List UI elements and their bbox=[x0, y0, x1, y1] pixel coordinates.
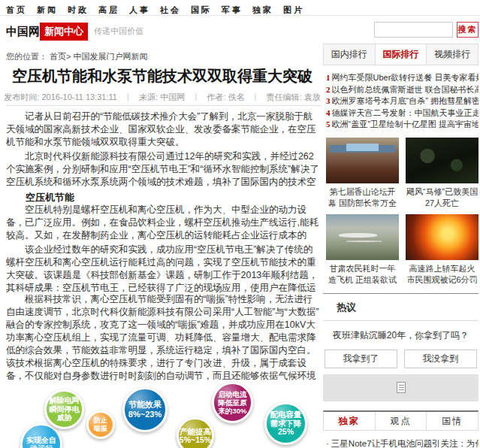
photo-news-item[interactable]: 飓风“马修”已致美国27人死亡 bbox=[406, 138, 478, 209]
rank-item-text: 以色列前总统佩雷斯逝世 联合国秘书长高度评价其 bbox=[332, 85, 479, 94]
tab-viewpoint[interactable]: 观点 bbox=[376, 412, 427, 430]
tab-video-ranking[interactable]: 视频排行 bbox=[427, 44, 478, 65]
rank-item-text: 网约车受限Uber欲转行送餐 日美专家看好其前景 bbox=[332, 73, 479, 82]
rank-item-text: 德媒评天宫二号发射：中国航天事业正走向全盛阶段 bbox=[332, 108, 479, 117]
section-heading: 空压机节能 bbox=[6, 191, 322, 204]
nav-item-personnel[interactable]: 人事 bbox=[129, 5, 150, 16]
photo-caption: 第七届香山论坛开幕 国防部长常万全发表演讲 bbox=[326, 186, 399, 209]
car-fire-photo bbox=[406, 214, 478, 260]
photo-news-item[interactable]: 高速路上轿车起火 市民围观被记6分罚款200 bbox=[406, 214, 478, 286]
site-logo[interactable]: 中国网 bbox=[6, 25, 40, 39]
meta-divider bbox=[6, 105, 322, 106]
bubble-power-demand: 配电容量需求下降25% bbox=[264, 402, 307, 445]
photo-news-item[interactable]: 第七届香山论坛开幕 国防部长常万全发表演讲 bbox=[326, 138, 399, 209]
hot-topic-question: 夜班津贴沉睡20年，你拿到了吗？ bbox=[323, 321, 478, 350]
ranking-list: 1网约车受限Uber欲转行送餐 日美专家看好其前景 2以色列前总统佩雷斯逝世 联… bbox=[326, 72, 478, 131]
bubble-start-current: 启动电流降低至原来的30% bbox=[212, 382, 253, 423]
article-editor: 责任编辑: 袁放 bbox=[267, 92, 321, 101]
rank-number: 5 bbox=[326, 120, 331, 129]
article-paragraph: 该企业经过数年的研究和实践，成功应用“空压机节电王”解决了传统的螺杆空压机和离心… bbox=[6, 244, 322, 295]
list-item[interactable]: 4德媒评天宫二号发射：中国航天事业正走向全盛阶段 bbox=[326, 107, 478, 120]
nav-item-politics[interactable]: 时政 bbox=[68, 5, 89, 16]
hot-topic-title: 热议 bbox=[323, 294, 478, 321]
meta-separator: 丨 bbox=[252, 92, 260, 101]
tab-international-ranking[interactable]: 国际排行 bbox=[376, 44, 427, 65]
bubble-label: 解除电网瞬间停电威胁 bbox=[47, 396, 82, 422]
ranking-tabs: 国内排行 国际排行 视频排行 bbox=[323, 44, 478, 65]
plane-photo bbox=[326, 214, 399, 260]
nav-item-exclusive[interactable]: 独家 bbox=[252, 5, 273, 16]
nav-item-society[interactable]: 社会 bbox=[160, 5, 181, 16]
rank-item-text: 欧洲“盖亚”卫星绘制十亿星图 提高宇宙地图“分辨 bbox=[332, 120, 479, 129]
meta-separator: 丨 bbox=[192, 92, 200, 101]
exclusive-list: ·三星Note7让手机电池问题引关注：为何会爆炸 ·第二期（2016）国际翻译家… bbox=[326, 437, 478, 448]
article-author: 作者: 佚名 bbox=[207, 92, 244, 101]
nav-item-top-level[interactable]: 高层 bbox=[98, 5, 119, 16]
news-center-badge[interactable]: 新闻中心 bbox=[40, 23, 88, 41]
rank-item-text: 欧洲罗塞塔号本月底“自杀” 拥抱彗星解密内外结 bbox=[332, 96, 479, 105]
article-paragraph: 根据科技常识，离心空压机节能受到固有的“喘振”特性影响，无法进行自由速度调节，北… bbox=[6, 293, 322, 383]
search-button[interactable]: 搜索 bbox=[457, 22, 478, 38]
list-item[interactable]: 5欧洲“盖亚”卫星绘制十亿星图 提高宇宙地图“分辨 bbox=[326, 119, 478, 131]
list-item[interactable]: 2以色列前总统佩雷斯逝世 联合国秘书长高度评价其 bbox=[326, 84, 478, 96]
meta-separator: 丨 bbox=[124, 92, 132, 101]
tab-china-profile[interactable]: 国情 bbox=[427, 412, 478, 430]
rank-number: 3 bbox=[326, 96, 331, 105]
article-paragraph: 空压机特别是螺杆空压机和离心空压机，作为大、中型企业的动力设备，已广泛应用。例如… bbox=[6, 204, 322, 242]
site-slogan: 传递中国价值 bbox=[94, 26, 143, 37]
bubble-label: 启动电流降低至原来的30% bbox=[214, 390, 251, 415]
photo-news-grid: 第七届香山论坛开幕 国防部长常万全发表演讲 飓风“马修”已致美国27人死亡 甘肃… bbox=[326, 138, 478, 286]
nav-item-pictures[interactable]: 图片 bbox=[283, 5, 304, 16]
bullet: · bbox=[326, 439, 329, 448]
hot-topic-section: 热议 夜班津贴沉睡20年，你拿到了吗？ 我拿到了 我没拿到 bbox=[323, 293, 478, 401]
publish-time: 发布时间: 2016-10-11 13:31:11 bbox=[4, 92, 117, 101]
list-item[interactable]: 3欧洲罗塞塔号本月底“自杀” 拥抱彗星解密内外结 bbox=[326, 95, 478, 107]
exclusive-item-text: 三星Note7让手机电池问题引关注：为何会爆炸 bbox=[331, 439, 478, 448]
photo-caption: 甘肃农民耗时一年造飞机 正组装欲试飞 bbox=[326, 263, 399, 286]
comments-icon[interactable] bbox=[397, 382, 406, 393]
list-item[interactable]: 1网约车受限Uber欲转行送餐 日美专家看好其前景 bbox=[326, 72, 478, 84]
top-nav: 首页新闻时政高层人事社会国际军事独家图片 bbox=[0, 0, 480, 16]
tab-domestic-ranking[interactable]: 国内排行 bbox=[324, 44, 376, 65]
vote-yes-button[interactable]: 我拿到了 bbox=[325, 350, 397, 368]
rank-number: 2 bbox=[326, 85, 331, 94]
sidebar: 国内排行 国际排行 视频排行 1网约车受限Uber欲转行送餐 日美专家看好其前景… bbox=[323, 44, 478, 448]
bubble-capacity-up: 产能提高 5%~15% bbox=[177, 417, 214, 448]
breadcrumb-current-link[interactable]: 中国发展门户网新闻 bbox=[74, 52, 148, 61]
page-title: 空压机节能和水泵节能技术双双取得重大突破 bbox=[0, 66, 325, 86]
breadcrumb: 您的位置： 首页> 中国发展门户网新闻 bbox=[6, 51, 322, 62]
search-input[interactable] bbox=[374, 22, 453, 38]
rank-number: 1 bbox=[326, 73, 331, 82]
bubble-grid-outage: 解除电网瞬间停电威胁 bbox=[44, 389, 84, 429]
nav-item-military[interactable]: 军事 bbox=[222, 5, 243, 16]
hurricane-photo bbox=[406, 138, 478, 183]
forum-photo bbox=[326, 138, 399, 183]
bubble-label: 防止喘振 bbox=[89, 416, 113, 434]
nav-item-news[interactable]: 新闻 bbox=[37, 5, 58, 16]
vote-no-button[interactable]: 我没拿到 bbox=[404, 350, 477, 368]
benefits-infographic: 实现全自动运行 解除电网瞬间停电威胁 防止喘振 节能效果 8%~23% 产能提高… bbox=[0, 380, 325, 448]
breadcrumb-separator: > bbox=[66, 52, 71, 61]
list-item[interactable]: ·三星Note7让手机电池问题引关注：为何会爆炸 bbox=[326, 437, 478, 448]
article-paragraph: 北京时代科仪新能源科技有限公司通过12年的研究和实践，并经过262个实施案例，分… bbox=[6, 150, 322, 189]
photo-caption: 飓风“马修”已致美国27人死亡 bbox=[406, 186, 478, 209]
tab-exclusive[interactable]: 独家 bbox=[324, 412, 376, 430]
article-meta: 发布时间: 2016-10-11 13:31:11 丨 来源: 中国网 丨 作者… bbox=[0, 92, 325, 103]
hot-topic-vote: 我拿到了 我没拿到 bbox=[323, 350, 478, 368]
bubble-anti-surge: 防止喘振 bbox=[86, 410, 115, 439]
photo-news-item[interactable]: 甘肃农民耗时一年造飞机 正组装欲试飞 bbox=[326, 214, 399, 286]
bubble-label: 实现全自动运行 bbox=[23, 436, 60, 448]
article-paragraph: 记者从日前召开的“节能低碳技术推介大会”了解到，北京一家脱胎于航天领域的国家高新… bbox=[6, 110, 322, 149]
breadcrumb-home-link[interactable]: 首页 bbox=[50, 52, 66, 61]
bubble-label: 产能提高 5%~15% bbox=[177, 428, 213, 445]
hot-topic-footer bbox=[323, 374, 478, 401]
nav-item-home[interactable]: 首页 bbox=[6, 5, 27, 16]
bubble-energy-saving: 节能效果 8%~23% bbox=[122, 387, 168, 432]
rank-number: 4 bbox=[326, 108, 331, 117]
article-source: 来源: 中国网 bbox=[139, 92, 185, 101]
section-tabs: 独家 观点 国情 bbox=[323, 410, 478, 431]
nav-item-international[interactable]: 国际 bbox=[191, 5, 212, 16]
bubble-label: 节能效果 8%~23% bbox=[125, 400, 165, 419]
bubble-label: 配电容量需求下降25% bbox=[267, 410, 305, 437]
breadcrumb-label: 您的位置： bbox=[6, 52, 47, 61]
